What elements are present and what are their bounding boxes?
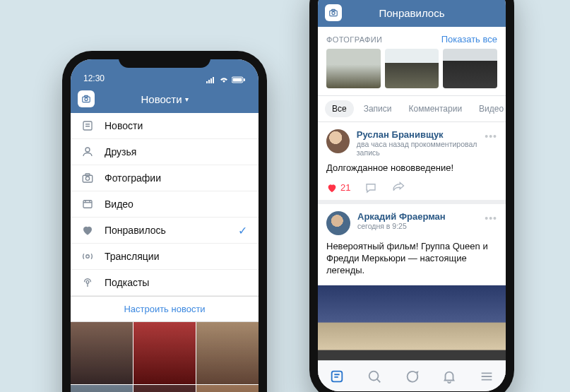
likes-icon	[81, 223, 95, 237]
camera-icon	[81, 94, 91, 104]
battery-icon	[232, 76, 246, 83]
comment-icon	[364, 182, 377, 194]
post-author-link[interactable]: Аркадий Фраерман	[357, 211, 446, 222]
filter-tabs: Все Записи Комментарии Видео	[318, 95, 506, 122]
show-all-link[interactable]: Показать все	[441, 34, 497, 44]
tab-comments[interactable]: Комментарии	[402, 100, 470, 117]
messages-icon	[404, 369, 420, 384]
phone-right: Понравилось ФОТОГРАФИИ Показать все Все …	[309, 0, 514, 392]
navbar-title: Понравилось	[379, 7, 444, 19]
menu-label: Видео	[105, 198, 133, 210]
podcasts-icon	[81, 275, 95, 290]
post-text: Долгожданное нововведение!	[326, 157, 497, 179]
friends-icon	[81, 145, 95, 159]
menu-label: Фотографии	[105, 172, 161, 184]
wifi-icon	[219, 76, 229, 83]
svg-point-29	[369, 371, 378, 380]
post-timestamp: два часа назад прокомментировал запись	[357, 140, 497, 157]
photo-thumbnail[interactable]	[385, 49, 439, 88]
post-timestamp: сегодня в 9:25	[357, 222, 446, 230]
svg-rect-17	[83, 201, 92, 208]
menu-item-podcasts[interactable]: Подкасты	[71, 270, 259, 296]
menu-item-friends[interactable]: Друзья	[71, 139, 259, 165]
photos-section-header: ФОТОГРАФИИ Показать все	[318, 27, 506, 49]
svg-point-24	[332, 12, 335, 15]
newsfeed-icon	[329, 369, 345, 384]
feed-filter-dropdown: Новости Друзья Фотографии Видео Понравил…	[71, 113, 259, 322]
tab-video[interactable]: Видео	[472, 100, 506, 117]
share-button[interactable]	[391, 182, 405, 194]
svg-rect-10	[83, 121, 92, 130]
comment-button[interactable]	[364, 182, 377, 194]
tab-newsfeed[interactable]	[328, 368, 345, 385]
photo-thumbnail[interactable]	[326, 49, 381, 88]
photos-header-label: ФОТОГРАФИИ	[326, 35, 382, 44]
svg-line-30	[376, 379, 380, 382]
like-button[interactable]: 21	[326, 182, 350, 194]
svg-rect-5	[233, 78, 242, 82]
camera-button[interactable]	[78, 90, 95, 107]
menu-item-video[interactable]: Видео	[71, 191, 259, 218]
post-actions: 21	[326, 179, 497, 194]
tab-menu[interactable]	[478, 368, 495, 385]
tab-all[interactable]: Все	[325, 100, 354, 117]
tab-messages[interactable]	[403, 368, 420, 385]
menu-item-photos[interactable]: Фотографии	[71, 165, 259, 191]
svg-rect-0	[206, 81, 208, 83]
svg-rect-16	[85, 174, 90, 176]
photo-thumbnail[interactable]	[443, 49, 497, 88]
status-indicators	[206, 76, 246, 83]
svg-rect-2	[210, 78, 212, 83]
check-icon: ✓	[238, 224, 247, 237]
configure-news-link[interactable]: Настроить новости	[71, 296, 259, 321]
menu-label: Новости	[105, 120, 143, 131]
bottom-tab-bar	[318, 360, 506, 391]
svg-point-22	[86, 280, 89, 283]
search-icon	[367, 369, 382, 384]
photo-thumbnails-row	[318, 49, 506, 95]
video-icon	[81, 197, 95, 211]
feed-post: Аркадий Фраерман сегодня в 9:25 ••• Неве…	[318, 204, 506, 377]
hamburger-icon	[479, 369, 494, 384]
phone-left: 12:30 Новости ▾ Новости Друзья	[62, 51, 267, 392]
menu-item-news[interactable]: Новости	[71, 113, 259, 139]
svg-rect-1	[208, 80, 210, 83]
chevron-down-icon: ▾	[185, 95, 189, 103]
avatar[interactable]	[326, 211, 350, 235]
svg-point-21	[86, 255, 90, 259]
post-more-button[interactable]: •••	[485, 131, 497, 142]
camera-icon	[328, 8, 338, 18]
navbar-title: Новости	[141, 93, 182, 105]
menu-label: Друзья	[105, 146, 136, 158]
navbar: Новости ▾	[71, 85, 259, 113]
like-count: 21	[340, 182, 350, 193]
live-icon	[81, 249, 95, 263]
post-text: Невероятный фильм! Группа Queen и Фредди…	[326, 235, 497, 281]
tab-posts[interactable]: Записи	[357, 100, 399, 117]
heart-icon	[326, 182, 338, 194]
menu-item-live[interactable]: Трансляции	[71, 244, 259, 270]
camera-button[interactable]	[325, 4, 342, 21]
svg-point-13	[85, 148, 90, 152]
svg-rect-6	[244, 78, 245, 81]
menu-label: Подкасты	[105, 277, 149, 288]
post-author-link[interactable]: Руслан Бранивщук	[357, 129, 497, 140]
newsfeed-icon	[81, 119, 95, 133]
menu-label: Трансляции	[105, 251, 159, 262]
signal-icon	[206, 76, 216, 83]
svg-point-8	[85, 98, 88, 101]
svg-point-15	[85, 177, 89, 180]
navbar: Понравилось	[318, 0, 506, 27]
tab-notifications[interactable]	[441, 368, 458, 385]
post-more-button[interactable]: •••	[485, 213, 497, 224]
tab-discover[interactable]	[366, 368, 383, 385]
photos-icon	[81, 171, 95, 185]
navbar-title-dropdown[interactable]: Новости ▾	[141, 93, 188, 105]
menu-item-likes[interactable]: Понравилось ✓	[71, 218, 259, 244]
notch	[119, 51, 210, 68]
share-icon	[391, 182, 405, 194]
feed-post: Руслан Бранивщук два часа назад прокомме…	[318, 122, 506, 204]
avatar[interactable]	[326, 129, 350, 153]
status-time: 12:30	[83, 73, 105, 83]
bell-icon	[441, 369, 457, 384]
